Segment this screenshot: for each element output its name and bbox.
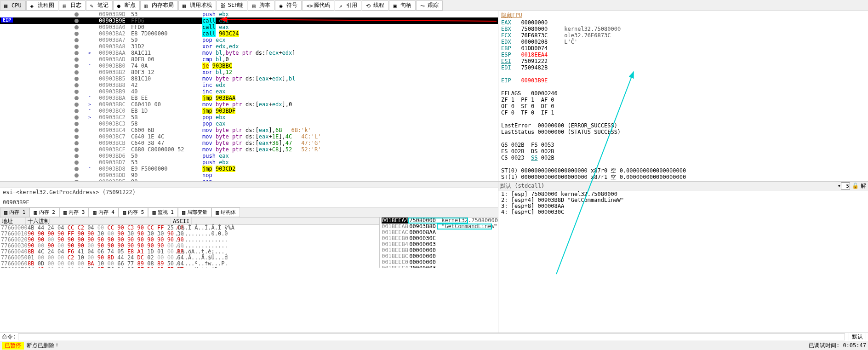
breakpoint-dot[interactable] (74, 148, 79, 152)
tab-seh[interactable]: ⛓SEH链 (217, 0, 248, 11)
breakpoint-dot[interactable] (74, 70, 79, 75)
reg-line[interactable]: ES 002B DS 002B (501, 148, 865, 155)
register-panel[interactable]: 隐藏FPU EAX 00000000EBX 75080000 kernel32.… (498, 11, 868, 181)
tab-stack[interactable]: ▦调用堆栈 (178, 0, 216, 11)
stack-dump[interactable]: 0018EEA475080000kernel32.750800000018EEA… (379, 218, 498, 268)
disasm-row[interactable]: >00903BC25Bpop ebx (0, 114, 498, 120)
reg-line[interactable]: ST(0) 00000000000000000000 x87r0 空 0.000… (501, 167, 865, 174)
breakpoint-dot[interactable] (74, 45, 79, 49)
dump-tab[interactable]: ▦内存 3 (59, 207, 89, 217)
arg-count-input[interactable] (841, 182, 850, 190)
tab-note[interactable]: ✎笔记 (86, 0, 113, 11)
tab-sym[interactable]: ◉符号 (275, 0, 302, 11)
reg-line[interactable]: ESP 0018EEA4 (501, 52, 865, 58)
reg-line[interactable]: EAX 00000000 (501, 19, 865, 26)
reg-line[interactable] (501, 84, 865, 90)
lock-icon[interactable]: 🔓 (852, 183, 859, 189)
disasm-row[interactable]: 00903BB5881C10mov byte ptr ds:[eax+edx],… (0, 75, 498, 82)
tab-ref[interactable]: ↗引用 (335, 0, 361, 11)
breakpoint-dot[interactable] (74, 122, 79, 126)
dump-tab[interactable]: ▦内存 4 (89, 207, 118, 217)
disasm-row[interactable]: 00903BB842inc edx (0, 82, 498, 88)
disasm-row[interactable]: ˅00903BB074 0Aje 903BBC (0, 63, 498, 69)
dump-tab[interactable]: ▦内存 5 (119, 207, 148, 217)
reg-line[interactable]: CF 0 TF 0 IF 1 (501, 109, 865, 116)
disasm-row[interactable]: 00903BA831D2xor edx,edx (0, 43, 498, 50)
breakpoint-dot[interactable] (74, 103, 79, 107)
tab-bp[interactable]: ●断点 (113, 0, 140, 11)
dump-tab[interactable]: ▦结构体 (211, 207, 240, 217)
disasm-row[interactable]: 00903BDE90nop (0, 178, 498, 181)
disasm-row[interactable]: 00903B9D53push ebx (0, 11, 498, 17)
disasm-row[interactable]: >00903BBCC60410 00mov byte ptr ds:[eax+e… (0, 101, 498, 108)
breakpoint-dot[interactable] (74, 38, 79, 42)
reg-line[interactable]: LastError 00000000 (ERROR_SUCCESS) (501, 122, 865, 129)
breakpoint-dot[interactable] (74, 25, 79, 29)
reg-line[interactable] (501, 135, 865, 142)
reg-line[interactable]: LastStatus 00000000 (STATUS_SUCCESS) (501, 129, 865, 135)
disasm-row[interactable]: 00903BAD80FB 00cmp bl,0 (0, 56, 498, 63)
disasm-row[interactable]: 00903BCBC640 38 47mov byte ptr ds:[eax+3… (0, 140, 498, 146)
tab-script[interactable]: ▤脚本 (248, 0, 274, 11)
calling-convention[interactable]: 默认 (stdcall) (500, 182, 835, 190)
breakpoint-dot[interactable] (74, 109, 79, 113)
breakpoint-dot[interactable] (74, 64, 79, 68)
dump-tab[interactable]: ▦内存 2 (29, 207, 59, 217)
reg-line[interactable]: EFLAGS 00000246 (501, 90, 865, 97)
disasm-row[interactable]: ˄00903BBAEB EEjmp 903BAA (0, 95, 498, 101)
disasm-row[interactable]: 00903BC4C600 6Bmov byte ptr ds:[eax],6B6… (0, 127, 498, 133)
reg-line[interactable]: EIP 00903B9E (501, 77, 865, 84)
breakpoint-dot[interactable] (74, 19, 79, 23)
dump-tab[interactable]: ▦内存 1 (0, 207, 29, 217)
disasm-row[interactable]: ˅00903BC0EB 1Djmp 903BDF (0, 108, 498, 114)
reg-line[interactable]: EDX 00000208 L'Ĉ' (501, 39, 865, 45)
reg-line[interactable]: ESI 75091222 (501, 58, 865, 64)
stack-row[interactable]: 0018EEC420000003 (380, 265, 498, 268)
reg-line[interactable]: OF 0 SF 0 DF 0 (501, 103, 865, 109)
disasm-row[interactable]: 00903BD650push eax (0, 153, 498, 159)
hide-fpu-link[interactable]: 隐藏FPU (501, 12, 865, 18)
breakpoint-dot[interactable] (74, 167, 79, 171)
breakpoint-dot[interactable] (74, 135, 79, 139)
breakpoint-dot[interactable] (74, 57, 79, 62)
memory-dump[interactable]: 地址 十六进制 ASCII 776600004B 44 24 04 CC C2 … (0, 217, 498, 268)
reg-line[interactable]: ZF 1 PF 1 AF 0 (501, 97, 865, 103)
disasm-row[interactable]: 00903BDD90nop (0, 172, 498, 178)
tab-log[interactable]: ▤日志 (59, 0, 86, 11)
breakpoint-dot[interactable] (74, 90, 79, 94)
tab-trace[interactable]: ⤳跟踪 (416, 0, 443, 11)
reg-line[interactable]: ECX 76E6873C ole32.76E6873C (501, 32, 865, 39)
reg-line[interactable] (501, 71, 865, 77)
disasm-row[interactable]: 00903BCFC680 C8000000 52mov byte ptr ds:… (0, 146, 498, 153)
reg-line[interactable]: GS 002B FS 0053 (501, 142, 865, 148)
chevron-down-icon[interactable]: ▾ (838, 183, 841, 189)
tab-mem[interactable]: ▥内存布局 (140, 0, 178, 11)
breakpoint-dot[interactable] (74, 180, 79, 182)
reg-line[interactable]: EBP 01DD0074 (501, 45, 865, 52)
reg-line[interactable]: ST(2) 00000000000000000000 x87r2 空 0.000… (501, 180, 865, 181)
command-input[interactable] (18, 333, 845, 340)
breakpoint-dot[interactable] (74, 161, 79, 165)
reg-line[interactable]: EBX 75080000 kernel32.75080000 (501, 26, 865, 32)
breakpoint-dot[interactable] (74, 32, 79, 36)
breakpoint-dot[interactable] (74, 83, 79, 87)
disasm-hscroll[interactable] (0, 181, 498, 188)
disasm-row[interactable]: 00903BB940inc eax (0, 88, 498, 95)
tab-src[interactable]: <>源代码 (302, 0, 334, 11)
tab-thread[interactable]: ⟲线程 (362, 0, 388, 11)
tab-handle[interactable]: ▣句柄 (389, 0, 416, 11)
breakpoint-dot[interactable] (74, 154, 79, 158)
disasm-row[interactable]: 00903BD753push ebx (0, 159, 498, 166)
tab-cpu[interactable]: ▦CPU (0, 0, 26, 11)
disasm-row[interactable]: 00903BA0FFD0call eax (0, 24, 498, 30)
disasm-row[interactable]: ˅00903BD8E9 F5000000jmp 903CD2 (0, 166, 498, 172)
breakpoint-dot[interactable] (74, 128, 79, 132)
disasm-row[interactable]: 00903BC358pop eax (0, 120, 498, 127)
breakpoint-dot[interactable] (74, 12, 79, 17)
breakpoint-dot[interactable] (74, 115, 79, 120)
breakpoint-dot[interactable] (74, 51, 79, 55)
dump-tab[interactable]: ▦监视 1 (148, 207, 177, 217)
breakpoint-dot[interactable] (74, 77, 79, 81)
disasm-row[interactable]: 00903BA759pop ecx (0, 37, 498, 43)
tab-flow[interactable]: ◈流程图 (26, 0, 58, 11)
